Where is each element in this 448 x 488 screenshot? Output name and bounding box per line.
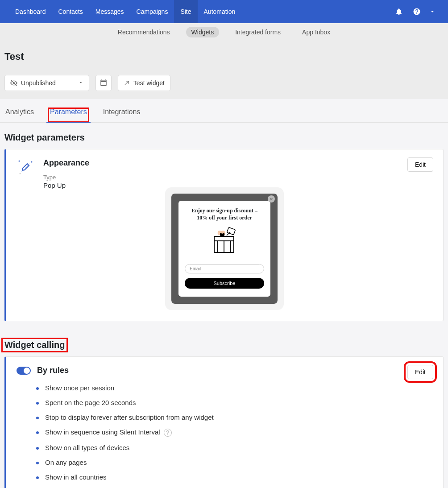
gift-icon [204,226,245,258]
rule-item: Show on all types of devices [36,444,432,451]
appearance-type-label: Type [43,174,89,181]
toolbar: Unpublished Test widget [4,75,444,91]
page-title: Test [4,51,444,62]
rule-item: Show in sequence using Silent Interval? [36,428,432,437]
calendar-icon [100,79,108,88]
tab-analytics[interactable]: Analytics [4,108,36,122]
bell-icon[interactable] [390,0,408,23]
rule-item: Show in all countries [36,473,432,481]
tab-integrations[interactable]: Integrations [101,108,142,122]
appearance-title: Appearance [43,158,89,168]
rule-item: Spent on the page 20 seconds [36,399,432,406]
by-rules-card: Edit By rules Show once per session Spen… [4,356,444,488]
sub-nav: Recommendations Widgets Integrated forms… [0,23,448,41]
user-menu-caret-icon[interactable] [426,8,439,15]
tabs: Analytics Parameters Integrations [0,99,448,123]
preview-headline-1: Enjoy our sign-up discount – [185,207,264,214]
rule-item: Stop to display forever after subscripti… [36,414,432,421]
appearance-edit-button[interactable]: Edit [407,157,433,172]
nav-dashboard[interactable]: Dashboard [9,0,52,23]
preview-close-icon: ✕ [268,195,275,203]
rules-list: Show once per session Spent on the page … [36,384,432,481]
subnav-app-inbox[interactable]: App Inbox [297,27,336,37]
preview-subscribe-button: Subscribe [185,278,264,289]
top-nav-items: Dashboard Contacts Messages Campaigns Si… [9,0,241,23]
svg-line-3 [21,163,30,172]
status-dropdown[interactable]: Unpublished [4,75,89,91]
svg-rect-7 [214,236,234,241]
subnav-integrated-forms[interactable]: Integrated forms [230,27,286,37]
nav-site[interactable]: Site [174,0,197,23]
nav-messages[interactable]: Messages [89,0,130,23]
preview-headline-2: 10% off your first order [185,214,264,221]
help-circle-icon[interactable]: ? [164,429,172,437]
by-rules-toggle[interactable] [17,367,31,375]
svg-point-0 [19,161,20,162]
svg-point-1 [31,161,33,163]
nav-campaigns[interactable]: Campaigns [130,0,174,23]
help-icon[interactable] [408,0,426,23]
preview-email-field [185,264,264,273]
appearance-type-value: Pop Up [43,182,89,189]
by-rules-title: By rules [37,366,69,375]
chevron-down-icon [78,79,83,87]
top-nav: Dashboard Contacts Messages Campaigns Si… [0,0,448,23]
schedule-button[interactable] [95,75,112,91]
tab-parameters[interactable]: Parameters [48,108,89,122]
rule-item: Show once per session [36,384,432,392]
by-rules-edit-button[interactable]: Edit [407,365,433,379]
section-widget-parameters-title: Widget parameters [0,123,448,149]
arrow-up-right-icon [124,80,130,86]
eye-off-icon [10,79,17,87]
nav-contacts[interactable]: Contacts [52,0,89,23]
section-widget-calling-title: Widget calling [2,338,67,352]
nav-automation[interactable]: Automation [198,0,242,23]
subnav-recommendations[interactable]: Recommendations [112,27,175,37]
test-widget-label: Test widget [133,79,165,87]
page-header: Test Unpublished Test widget [0,41,448,99]
rule-item: On any pages [36,459,432,466]
test-widget-button[interactable]: Test widget [118,75,170,91]
appearance-icon [17,158,34,176]
svg-point-2 [20,173,21,174]
widget-preview: ✕ Enjoy our sign-up discount – 10% off y… [165,187,284,310]
subnav-widgets[interactable]: Widgets [186,27,220,37]
status-label: Unpublished [21,79,56,87]
appearance-card: Edit Appearance Type Pop Up ✕ Enjoy our … [4,149,444,321]
